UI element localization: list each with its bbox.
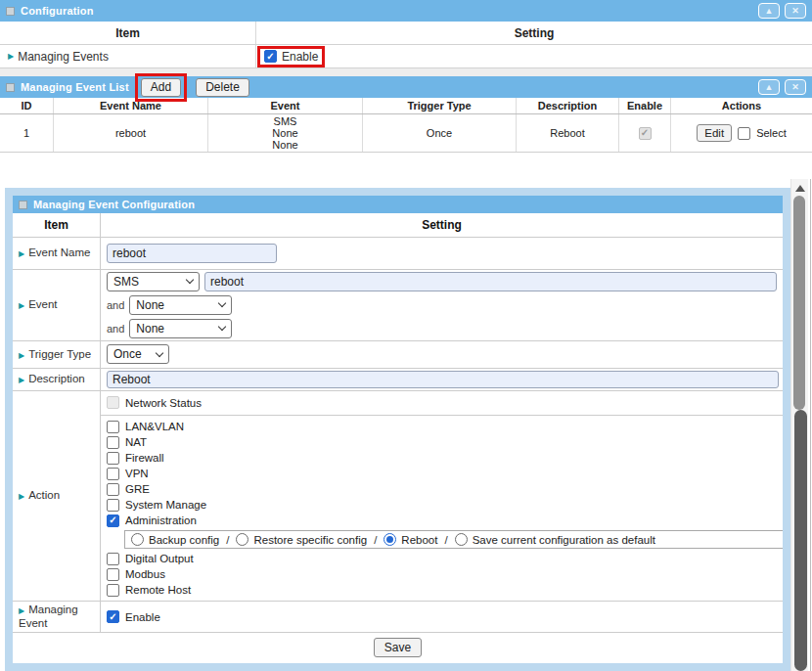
nat-checkbox[interactable] xyxy=(107,436,119,449)
gre-checkbox[interactable] xyxy=(107,483,119,496)
add-button[interactable]: Add xyxy=(141,78,181,97)
managing-events-enable-checkbox[interactable] xyxy=(264,50,277,63)
column-header-id: ID xyxy=(0,98,54,113)
managing-event-enable-option: Enable xyxy=(107,610,777,623)
collapse-button[interactable]: ▲ xyxy=(758,3,780,19)
remote-host-checkbox[interactable] xyxy=(107,584,119,597)
trigger-type-setting-cell: Once xyxy=(101,341,783,368)
event-name-input[interactable] xyxy=(107,244,277,263)
description-input[interactable] xyxy=(107,371,779,388)
row-description-cell: Reboot xyxy=(517,114,619,152)
event-name-label: Event Name xyxy=(28,246,90,258)
edit-button[interactable]: Edit xyxy=(697,124,732,142)
managing-event-label: Managing Event xyxy=(19,604,78,629)
event-and1-select[interactable]: None xyxy=(129,295,232,315)
enable-label: Enable xyxy=(125,611,160,623)
row-trigger-type-cell: Once xyxy=(363,114,517,152)
event-row: ▶Event SMS and None xyxy=(13,270,783,341)
vpn-checkbox[interactable] xyxy=(107,468,119,480)
description-setting-cell xyxy=(101,369,783,390)
action-option: VPN xyxy=(101,466,783,481)
column-header-event: Event xyxy=(208,98,363,113)
managing-events-label-cell: ▶ Managing Events xyxy=(0,45,256,67)
collapse-icon: ▲ xyxy=(765,6,774,16)
lan-vlan-checkbox[interactable] xyxy=(107,421,119,433)
event-and2-select[interactable]: None xyxy=(129,319,232,338)
trigger-type-label-cell: ▶Trigger Type xyxy=(13,341,101,368)
select-checkbox[interactable] xyxy=(738,127,750,140)
description-row: ▶Description xyxy=(13,369,783,391)
action-label-cell: ▶Action xyxy=(13,391,101,601)
close-button[interactable]: ✕ xyxy=(785,79,806,95)
vertical-scrollbar[interactable] xyxy=(790,179,808,671)
event-setting-cell: SMS and None and xyxy=(101,270,783,340)
collapse-button[interactable]: ▲ xyxy=(758,79,780,95)
system-manage-checkbox[interactable] xyxy=(107,499,119,512)
managing-events-setting-cell: Enable xyxy=(256,45,812,67)
event-type-select[interactable]: SMS xyxy=(107,272,200,291)
delete-button[interactable]: Delete xyxy=(196,78,249,97)
event-type-selected: SMS xyxy=(113,275,139,289)
event-value-input[interactable] xyxy=(204,272,777,291)
bullet-arrow-icon: ▶ xyxy=(19,249,24,258)
row-id-cell: 1 xyxy=(0,114,54,152)
digital-output-label: Digital Output xyxy=(125,553,194,564)
event-list-table-header: ID Event Name Event Trigger Type Descrip… xyxy=(0,98,812,114)
panel-header-buttons: ▲ ✕ xyxy=(758,3,806,19)
nat-label: NAT xyxy=(125,436,147,448)
administration-checkbox[interactable] xyxy=(107,514,119,527)
modbus-checkbox[interactable] xyxy=(107,568,119,581)
panel-square-icon xyxy=(6,83,15,92)
backup-config-radio[interactable] xyxy=(131,533,144,546)
bullet-arrow-icon: ▶ xyxy=(8,52,14,61)
event-list-panel-header: Managing Event List Add Delete ▲ ✕ xyxy=(0,76,812,98)
panel-title: Managing Event List xyxy=(21,81,129,93)
modbus-label: Modbus xyxy=(125,568,165,580)
managing-event-list-panel: Managing Event List Add Delete ▲ ✕ ID Ev… xyxy=(0,76,812,153)
event-line-1: SMS xyxy=(274,115,297,127)
event-and1-selected: None xyxy=(136,298,164,312)
event-config-panel-header: Managing Event Configuration xyxy=(13,196,783,213)
page: Configuration ▲ ✕ Item Setting ▶ Managin… xyxy=(0,0,812,671)
column-header-actions: Actions xyxy=(671,98,812,113)
and-label: and xyxy=(107,299,124,311)
save-default-radio[interactable] xyxy=(455,533,468,546)
remote-host-label: Remote Host xyxy=(125,584,191,596)
scrollbar-thumb-outer[interactable] xyxy=(793,196,805,410)
event-name-setting-cell xyxy=(101,238,783,269)
managing-event-enable-checkbox[interactable] xyxy=(107,610,119,623)
description-label: Description xyxy=(28,373,85,384)
reboot-radio[interactable] xyxy=(383,533,396,546)
panel-square-icon xyxy=(6,7,15,16)
administration-label: Administration xyxy=(125,514,197,526)
bullet-arrow-icon: ▶ xyxy=(19,301,24,310)
digital-output-checkbox[interactable] xyxy=(107,553,119,565)
row-actions-cell: Edit Select xyxy=(671,114,812,152)
firewall-label: Firewall xyxy=(125,452,164,464)
enable-highlight-box: Enable xyxy=(257,46,325,67)
close-button[interactable]: ✕ xyxy=(785,3,806,19)
panel-header-buttons: ▲ ✕ xyxy=(758,79,806,95)
event-name-row: ▶Event Name xyxy=(13,238,783,270)
close-icon: ✕ xyxy=(791,82,799,92)
save-button[interactable]: Save xyxy=(374,638,422,657)
scrollbar-thumb-inner[interactable] xyxy=(794,410,807,671)
managing-event-configuration-frame: Managing Event Configuration Item Settin… xyxy=(5,188,790,671)
row-event-name-cell: reboot xyxy=(54,114,208,152)
firewall-checkbox[interactable] xyxy=(107,452,119,465)
trigger-type-select[interactable]: Once xyxy=(107,344,169,364)
row-enable-checkbox xyxy=(639,127,652,140)
lan-vlan-label: LAN&VLAN xyxy=(125,421,184,432)
scroll-up-arrow-icon[interactable] xyxy=(795,185,805,192)
network-status-checkbox xyxy=(107,396,119,409)
select-label: Select xyxy=(756,127,787,139)
chevron-down-icon xyxy=(156,349,163,357)
managing-event-configuration-panel: Managing Event Configuration Item Settin… xyxy=(13,196,783,663)
restore-specific-config-radio[interactable] xyxy=(236,533,248,546)
and-label: and xyxy=(107,323,124,335)
collapse-icon: ▲ xyxy=(765,82,774,92)
trigger-type-selected: Once xyxy=(113,347,142,361)
column-header-description: Description xyxy=(517,98,619,113)
bullet-arrow-icon: ▶ xyxy=(19,351,24,360)
event-name-label-cell: ▶Event Name xyxy=(13,238,101,269)
